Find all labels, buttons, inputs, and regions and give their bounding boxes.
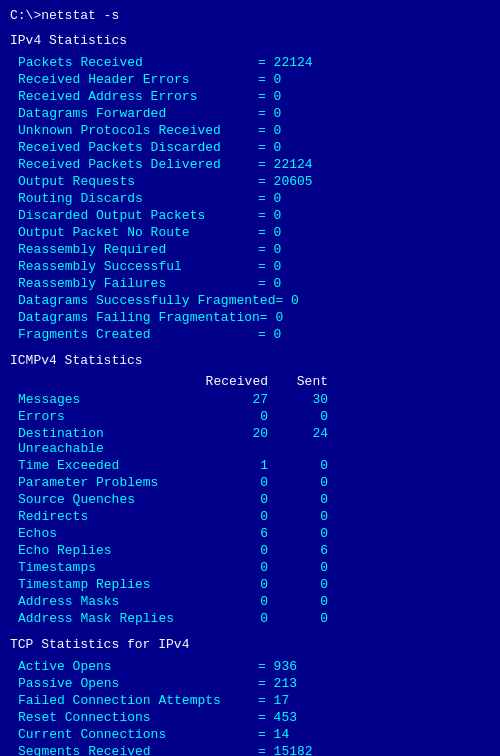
icmp-sent-value: 6 xyxy=(268,543,328,558)
stat-value: = 0 xyxy=(258,327,281,342)
table-row: Errors 0 0 xyxy=(10,408,490,425)
stat-value: = 14 xyxy=(258,727,289,742)
table-row: Source Quenches 0 0 xyxy=(10,491,490,508)
stat-value: = 15182 xyxy=(258,744,313,756)
icmp-received-value: 0 xyxy=(188,509,268,524)
table-row: Time Exceeded 1 0 xyxy=(10,457,490,474)
table-row: Routing Discards= 0 xyxy=(10,190,490,207)
icmp-received-value: 0 xyxy=(188,409,268,424)
stat-label: Reset Connections xyxy=(18,710,258,725)
icmp-received-value: 0 xyxy=(188,560,268,575)
table-row: Current Connections= 14 xyxy=(10,726,490,743)
stat-value: = 0 xyxy=(258,259,281,274)
stat-label: Datagrams Failing Fragmentation xyxy=(18,310,260,325)
icmp-stat-label: Messages xyxy=(18,392,188,407)
table-row: Echos 6 0 xyxy=(10,525,490,542)
table-row: Reset Connections= 453 xyxy=(10,709,490,726)
icmp-stat-label: Timestamp Replies xyxy=(18,577,188,592)
stat-value: = 0 xyxy=(258,208,281,223)
stat-value: = 213 xyxy=(258,676,297,691)
stat-label: Datagrams Successfully Fragmented xyxy=(18,293,275,308)
icmp-stat-label: Address Masks xyxy=(18,594,188,609)
table-row: Datagrams Forwarded= 0 xyxy=(10,105,490,122)
icmp-received-value: 1 xyxy=(188,458,268,473)
col-header-received: Received xyxy=(188,374,268,389)
stat-label: Received Packets Discarded xyxy=(18,140,258,155)
icmp-sent-value: 30 xyxy=(268,392,328,407)
stat-label: Packets Received xyxy=(18,55,258,70)
table-row: Received Packets Discarded= 0 xyxy=(10,139,490,156)
icmp-stat-label: Source Quenches xyxy=(18,492,188,507)
icmp-received-value: 0 xyxy=(188,492,268,507)
stat-value: = 453 xyxy=(258,710,297,725)
table-row: Parameter Problems 0 0 xyxy=(10,474,490,491)
stat-label: Received Packets Delivered xyxy=(18,157,258,172)
table-row: Address Masks 0 0 xyxy=(10,593,490,610)
stat-label: Output Requests xyxy=(18,174,258,189)
icmp-sent-value: 0 xyxy=(268,526,328,541)
table-row: Output Requests= 20605 xyxy=(10,173,490,190)
table-row: Unknown Protocols Received= 0 xyxy=(10,122,490,139)
stat-label: Current Connections xyxy=(18,727,258,742)
stat-value: = 0 xyxy=(258,242,281,257)
stat-value: = 0 xyxy=(258,72,281,87)
stat-value: = 17 xyxy=(258,693,289,708)
icmpv4-title: ICMPv4 Statistics xyxy=(10,353,490,368)
stat-value: = 0 xyxy=(275,293,298,308)
stat-label: Failed Connection Attempts xyxy=(18,693,258,708)
table-row: Destination Unreachable 20 24 xyxy=(10,425,490,457)
ipv4-title: IPv4 Statistics xyxy=(10,33,490,48)
stat-value: = 0 xyxy=(258,140,281,155)
stat-value: = 22124 xyxy=(258,55,313,70)
table-row: Datagrams Successfully Fragmented= 0 xyxy=(10,292,490,309)
table-row: Reassembly Required= 0 xyxy=(10,241,490,258)
icmp-stat-label: Parameter Problems xyxy=(18,475,188,490)
table-row: Datagrams Failing Fragmentation= 0 xyxy=(10,309,490,326)
icmpv4-stats: Messages 27 30 Errors 0 0 Destination Un… xyxy=(10,391,490,627)
icmp-received-value: 0 xyxy=(188,475,268,490)
stat-value: = 20605 xyxy=(258,174,313,189)
stat-label: Passive Opens xyxy=(18,676,258,691)
icmp-received-value: 27 xyxy=(188,392,268,407)
stat-label: Unknown Protocols Received xyxy=(18,123,258,138)
icmp-stat-label: Echos xyxy=(18,526,188,541)
table-row: Echo Replies 0 6 xyxy=(10,542,490,559)
icmp-received-value: 20 xyxy=(188,426,268,456)
icmp-sent-value: 0 xyxy=(268,577,328,592)
table-row: Address Mask Replies 0 0 xyxy=(10,610,490,627)
table-row: Redirects 0 0 xyxy=(10,508,490,525)
icmp-stat-label: Errors xyxy=(18,409,188,424)
icmp-stat-label: Time Exceeded xyxy=(18,458,188,473)
stat-value: = 0 xyxy=(258,123,281,138)
table-row: Reassembly Successful= 0 xyxy=(10,258,490,275)
icmp-received-value: 0 xyxy=(188,594,268,609)
stat-label: Discarded Output Packets xyxy=(18,208,258,223)
table-row: Active Opens= 936 xyxy=(10,658,490,675)
command-line: C:\>netstat -s xyxy=(10,8,490,23)
stat-value: = 0 xyxy=(260,310,283,325)
stat-value: = 0 xyxy=(258,106,281,121)
icmp-col-headers: Received Sent xyxy=(10,374,490,389)
tcp-stats: Active Opens= 936Passive Opens= 213Faile… xyxy=(10,658,490,756)
icmp-received-value: 0 xyxy=(188,577,268,592)
table-row: Timestamp Replies 0 0 xyxy=(10,576,490,593)
stat-value: = 22124 xyxy=(258,157,313,172)
ipv4-stats: Packets Received= 22124Received Header E… xyxy=(10,54,490,343)
icmp-sent-value: 0 xyxy=(268,475,328,490)
stat-label: Reassembly Successful xyxy=(18,259,258,274)
icmp-stat-label: Timestamps xyxy=(18,560,188,575)
icmp-stat-label: Address Mask Replies xyxy=(18,611,188,626)
stat-value: = 0 xyxy=(258,89,281,104)
stat-value: = 0 xyxy=(258,225,281,240)
tcp-title: TCP Statistics for IPv4 xyxy=(10,637,490,652)
icmp-received-value: 0 xyxy=(188,543,268,558)
icmp-stat-label: Echo Replies xyxy=(18,543,188,558)
icmp-received-value: 0 xyxy=(188,611,268,626)
stat-value: = 0 xyxy=(258,276,281,291)
stat-label: Segments Received xyxy=(18,744,258,756)
table-row: Received Header Errors= 0 xyxy=(10,71,490,88)
table-row: Discarded Output Packets= 0 xyxy=(10,207,490,224)
table-row: Received Address Errors= 0 xyxy=(10,88,490,105)
table-row: Received Packets Delivered= 22124 xyxy=(10,156,490,173)
stat-label: Received Header Errors xyxy=(18,72,258,87)
